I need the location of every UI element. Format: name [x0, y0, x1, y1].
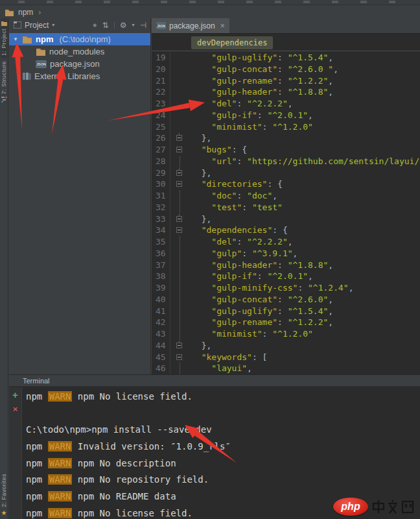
terminal-line: npm WARN npm No description — [26, 455, 420, 472]
code-line: 22 "gulp-header": "^1.8.8", — [152, 86, 420, 98]
editor-area: JSON package.json × devDependencies 19 "… — [152, 18, 420, 374]
tree-item-external-libraries[interactable]: External Libraries — [9, 70, 150, 82]
terminal-header[interactable]: Terminal — [9, 375, 420, 387]
code-line: 33 }, — [152, 213, 420, 225]
stripe-item-project[interactable]: 1: Project — [1, 18, 7, 58]
line-number: 35 — [152, 236, 170, 248]
line-number: 39 — [152, 282, 170, 294]
line-number: 24 — [152, 110, 170, 121]
terminal-text: npm No repository field. — [72, 474, 209, 485]
line-number: 41 — [152, 306, 170, 317]
code-text: "gulp-rename": "^1.2.2", — [191, 75, 420, 87]
fold-column — [170, 75, 191, 87]
code-line: 28 "url": "https://github.com/sentsin/la… — [152, 156, 420, 167]
tree-item-package-json[interactable]: JSON package.json — [9, 58, 150, 70]
terminal-title: Terminal — [23, 377, 50, 385]
fold-column — [170, 121, 191, 133]
project-panel-title[interactable]: Project — [25, 21, 49, 30]
close-icon[interactable]: × — [220, 21, 225, 30]
chevron-right-icon: › — [38, 8, 41, 17]
tree-item-npm[interactable]: ▼ npm (C:\todo\npm) — [9, 33, 150, 45]
star-icon: ★ — [1, 510, 7, 516]
chevron-expanded-icon[interactable]: ▼ — [12, 36, 19, 42]
fold-column — [170, 190, 191, 202]
line-number: 31 — [152, 190, 170, 202]
code-line: 19 "gulp-uglify": "^1.5.4", — [152, 52, 420, 64]
project-panel-header: Project ▾ ⌖ ⇅ ⚙ ▾ ⊣ — [9, 18, 150, 32]
collapse-all-icon[interactable]: ⇅ — [102, 21, 109, 30]
add-session-icon[interactable]: + — [12, 391, 18, 400]
close-session-icon[interactable]: × — [13, 405, 18, 413]
terminal-text: npm No description — [72, 458, 176, 468]
svg-text:JSON: JSON — [157, 25, 166, 28]
fold-marker[interactable] — [170, 340, 191, 352]
code-text: "gulp-header": "^1.8.8", — [191, 260, 420, 271]
terminal-text: npm — [26, 391, 48, 402]
fold-marker[interactable] — [170, 213, 191, 225]
code-text: "gulp-uglify": "^1.5.4", — [191, 52, 420, 64]
breadcrumb[interactable]: npm › — [0, 6, 420, 18]
php-cn-watermark: php — [333, 498, 415, 516]
code-text: "del": "^2.2.2", — [191, 98, 420, 110]
line-number: 29 — [152, 167, 170, 179]
code-text: "doc": "doc", — [191, 190, 420, 202]
svg-text:JSON: JSON — [36, 62, 46, 66]
fold-column — [170, 236, 191, 248]
terminal-toolbar: + × — [9, 387, 22, 519]
code-line: 30 "directories": { — [152, 178, 420, 190]
stripe-item-label: 1: Project — [1, 29, 7, 56]
fold-marker[interactable] — [170, 178, 191, 190]
code-line: 32 "test": "test" — [152, 202, 420, 213]
code-line: 41 "gulp-uglify": "^1.5.4", — [152, 306, 420, 317]
code-editor[interactable]: 19 "gulp-uglify": "^1.5.4",20 "gulp-conc… — [152, 52, 420, 374]
code-line: 38 "gulp-if": "^2.0.1", — [152, 271, 420, 282]
fold-marker[interactable] — [170, 144, 191, 156]
fold-marker[interactable] — [170, 224, 191, 236]
tab-label: package.json — [169, 21, 215, 30]
code-text: "layui", — [191, 363, 420, 374]
terminal-text: npm No license field. — [72, 391, 192, 402]
library-icon — [22, 72, 31, 80]
code-line: 43 "minimist": "^1.2.0" — [152, 328, 420, 340]
stripe-item-label: 7: Structure — [1, 61, 7, 94]
code-line: 37 "gulp-header": "^1.8.8", — [152, 260, 420, 271]
line-number: 43 — [152, 328, 170, 340]
tree-item-label: package.json — [50, 59, 100, 69]
line-number: 21 — [152, 75, 170, 87]
tree-item-node-modules[interactable]: node_modules — [9, 45, 150, 58]
code-line: 29 }, — [152, 167, 420, 179]
breadcrumb-project[interactable]: npm — [18, 8, 33, 17]
terminal-text: npm — [26, 474, 48, 485]
stripe-item-favorites[interactable]: 2: Favorites ★ — [1, 471, 7, 519]
locate-icon[interactable]: ⌖ — [93, 21, 97, 30]
fold-column — [170, 328, 191, 340]
code-line: 31 "doc": "doc", — [152, 190, 420, 202]
code-line: 36 "gulp": "^3.9.1", — [152, 248, 420, 260]
fold-column — [170, 294, 191, 306]
project-tab-icon — [1, 21, 7, 26]
fold-column — [170, 282, 191, 294]
terminal-text: npm — [26, 458, 48, 468]
code-line: 34 "dependencies": { — [152, 224, 420, 236]
terminal-line: npm WARN npm No license field. — [26, 389, 420, 405]
fold-marker[interactable] — [170, 132, 191, 144]
php-logo: php — [333, 498, 368, 516]
warn-badge: WARN — [48, 391, 73, 402]
fold-marker[interactable] — [170, 167, 191, 179]
line-number: 25 — [152, 121, 170, 133]
gear-icon[interactable]: ⚙ — [120, 21, 127, 30]
chevron-down-icon[interactable]: ▾ — [52, 22, 54, 28]
fold-column — [170, 98, 191, 110]
ide-window: npm › 1: Project 7: Structure 2: Favorit… — [0, 0, 420, 519]
code-line: 35 "del": "^2.2.2", — [152, 236, 420, 248]
tab-package-json[interactable]: JSON package.json × — [152, 18, 229, 33]
hide-panel-icon[interactable]: ⊣ — [140, 21, 146, 30]
code-text: "url": "https://github.com/sentsin/layui… — [191, 156, 420, 167]
code-text: "gulp-if": "^2.0.1", — [191, 110, 420, 121]
stripe-item-structure[interactable]: 7: Structure — [1, 58, 7, 105]
fold-marker[interactable] — [170, 352, 191, 363]
warn-badge: WARN — [48, 474, 73, 485]
code-text: "gulp-concat": "^2.6.0", — [191, 294, 420, 306]
gear-caret-icon[interactable]: ▾ — [132, 22, 135, 28]
code-text: }, — [191, 213, 420, 225]
